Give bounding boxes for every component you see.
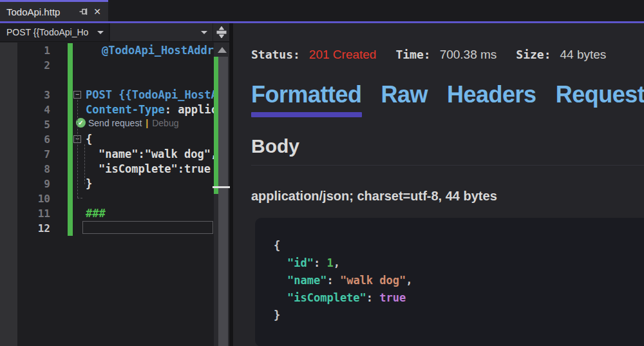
size-label: Size: bbox=[516, 48, 551, 61]
code-line-11: ### bbox=[86, 206, 106, 221]
scrollbar-change-marks bbox=[214, 57, 218, 194]
codelens-separator: | bbox=[142, 118, 152, 128]
collapse-toggle-icon[interactable]: − bbox=[73, 91, 81, 99]
tab-raw[interactable]: Raw bbox=[381, 81, 428, 117]
outline-guide bbox=[84, 144, 85, 184]
time-label: Time: bbox=[395, 48, 430, 61]
json-line: { bbox=[274, 237, 644, 255]
content-type-summary: application/json; charset=utf-8, 44 byte… bbox=[251, 189, 644, 204]
section-divider bbox=[251, 165, 644, 166]
response-status-row: Status: 201 Created Time: 700.38 ms Size… bbox=[251, 48, 644, 62]
codelens-row: ✓ Send request | Debug bbox=[76, 115, 178, 130]
request-selector-dropdown[interactable]: POST {{TodoApi_Ho bbox=[0, 23, 109, 41]
chevron-down-icon bbox=[201, 31, 207, 34]
status-value: 201 Created bbox=[309, 48, 377, 62]
scrollbar-thumb[interactable] bbox=[218, 57, 228, 346]
split-window-button[interactable] bbox=[213, 23, 229, 41]
code-area: @TodoApi_HostAddress POST {{TodoApi_Host… bbox=[0, 43, 227, 346]
json-line: "id": 1, bbox=[274, 255, 644, 272]
outline-guide bbox=[77, 100, 78, 198]
scroll-up-icon[interactable] bbox=[218, 47, 227, 53]
code-line-6: { bbox=[86, 132, 92, 147]
response-panel: Status: 201 Created Time: 700.38 ms Size… bbox=[233, 23, 644, 346]
editor-scrollbar[interactable] bbox=[214, 43, 229, 346]
code-line-1: @TodoApi_HostAddress bbox=[86, 43, 227, 58]
outline-guide bbox=[77, 198, 82, 198]
code-line-9: } bbox=[86, 177, 92, 191]
vs-document-window: TodoApi.http ✕ POST {{TodoApi_Ho bbox=[0, 0, 644, 346]
active-tab-underline bbox=[251, 112, 362, 117]
body-heading: Body bbox=[251, 135, 644, 157]
time-value: 700.38 ms bbox=[440, 48, 497, 62]
current-line-outline bbox=[82, 221, 213, 234]
http-editor[interactable]: 1 2 3 4 5 6 7 8 9 10 11 12 @TodoApi_Host… bbox=[0, 43, 229, 346]
document-tab-todoapi[interactable]: TodoApi.http ✕ bbox=[0, 0, 108, 21]
tab-bar: TodoApi.http ✕ bbox=[0, 0, 644, 21]
response-tabs: Formatted Raw Headers Request bbox=[251, 81, 644, 117]
scrollbar-caret-marker bbox=[213, 186, 230, 188]
editor-navigation-bar: POST {{TodoApi_Ho bbox=[0, 23, 229, 42]
tab-formatted[interactable]: Formatted bbox=[251, 81, 362, 117]
request-selector-value: POST {{TodoApi_Ho bbox=[6, 27, 97, 37]
json-line: "isComplete": true bbox=[274, 289, 644, 307]
close-icon[interactable]: ✕ bbox=[91, 6, 103, 17]
code-line-3: POST {{TodoApi_HostAddress bbox=[86, 88, 227, 102]
chevron-down-icon bbox=[97, 31, 104, 34]
tab-request[interactable]: Request bbox=[556, 81, 644, 117]
split-window-icon bbox=[216, 26, 227, 39]
send-request-link[interactable]: Send request bbox=[88, 118, 142, 128]
json-line: } bbox=[274, 307, 644, 324]
status-label: Status: bbox=[251, 48, 300, 61]
pin-icon[interactable] bbox=[77, 6, 89, 17]
code-line-8: "isComplete":true bbox=[86, 162, 211, 177]
code-line-7: "name":"walk dog", bbox=[86, 147, 217, 162]
scope-dropdown[interactable] bbox=[110, 23, 213, 41]
tab-headers[interactable]: Headers bbox=[447, 81, 536, 117]
size-value: 44 bytes bbox=[560, 48, 607, 62]
debug-link[interactable]: Debug bbox=[152, 118, 178, 128]
document-tab-title: TodoApi.http bbox=[6, 6, 75, 17]
response-body-json[interactable]: { "id": 1, "name": "walk dog", "isComple… bbox=[255, 218, 644, 346]
json-line: "name": "walk dog", bbox=[274, 272, 644, 289]
